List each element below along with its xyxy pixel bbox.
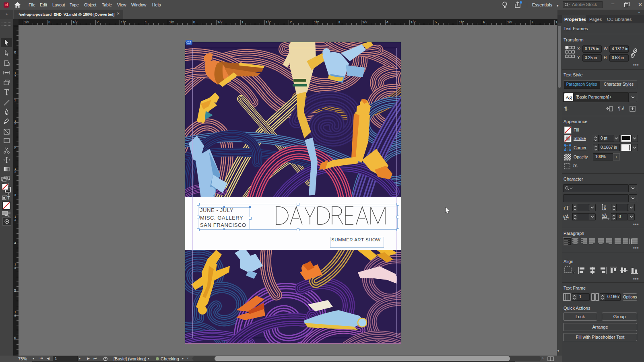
svg-text:1: 1	[14, 167, 16, 170]
svg-text:1: 1	[14, 119, 16, 122]
svg-text:1/2: 1/2	[411, 20, 416, 24]
svg-text:1: 1	[14, 215, 16, 218]
svg-text:1/2: 1/2	[314, 20, 319, 24]
svg-text:1/2: 1/2	[459, 20, 464, 24]
svg-text:1: 1	[14, 311, 16, 314]
svg-text:3: 3	[14, 193, 16, 197]
svg-text:1/2: 1/2	[121, 20, 126, 24]
svg-text:2: 2	[14, 75, 16, 78]
svg-text:5: 5	[435, 20, 437, 24]
svg-text:6: 6	[14, 336, 16, 340]
svg-text:VA: VA	[602, 213, 607, 218]
svg-text:1: 1	[14, 263, 16, 266]
svg-text:1: 1	[145, 20, 147, 24]
svg-text:T: T	[7, 195, 10, 200]
svg-text:1/2: 1/2	[217, 20, 223, 24]
svg-text:0: 0	[193, 20, 195, 24]
svg-text:2: 2	[14, 146, 16, 150]
svg-text:1/2: 1/2	[169, 20, 174, 24]
svg-text:V: V	[563, 214, 566, 219]
svg-text:A: A	[603, 206, 607, 211]
svg-text:1: 1	[242, 20, 244, 24]
svg-text:2: 2	[14, 314, 16, 317]
svg-text:1/2: 1/2	[507, 20, 512, 24]
svg-text:6: 6	[483, 20, 485, 24]
svg-text:4: 4	[386, 20, 388, 24]
svg-text:7: 7	[531, 20, 533, 24]
svg-text:2: 2	[14, 218, 16, 221]
svg-text:2: 2	[14, 266, 16, 269]
svg-text:1: 1	[14, 98, 16, 102]
svg-text:T: T	[566, 205, 569, 211]
svg-text:0: 0	[14, 50, 16, 54]
svg-text:5: 5	[14, 288, 16, 292]
svg-text:3: 3	[48, 20, 50, 24]
svg-text:1/2: 1/2	[266, 20, 271, 24]
svg-text:4: 4	[14, 241, 16, 245]
svg-text:1/2: 1/2	[72, 20, 78, 24]
svg-text:2: 2	[97, 20, 99, 24]
svg-text:2: 2	[14, 123, 16, 125]
svg-text:3: 3	[338, 20, 340, 24]
svg-text:2: 2	[14, 171, 16, 173]
svg-text:1/2: 1/2	[362, 20, 367, 24]
svg-text:2: 2	[290, 20, 292, 24]
svg-text:1/2: 1/2	[24, 20, 29, 24]
svg-text:1: 1	[14, 72, 16, 74]
